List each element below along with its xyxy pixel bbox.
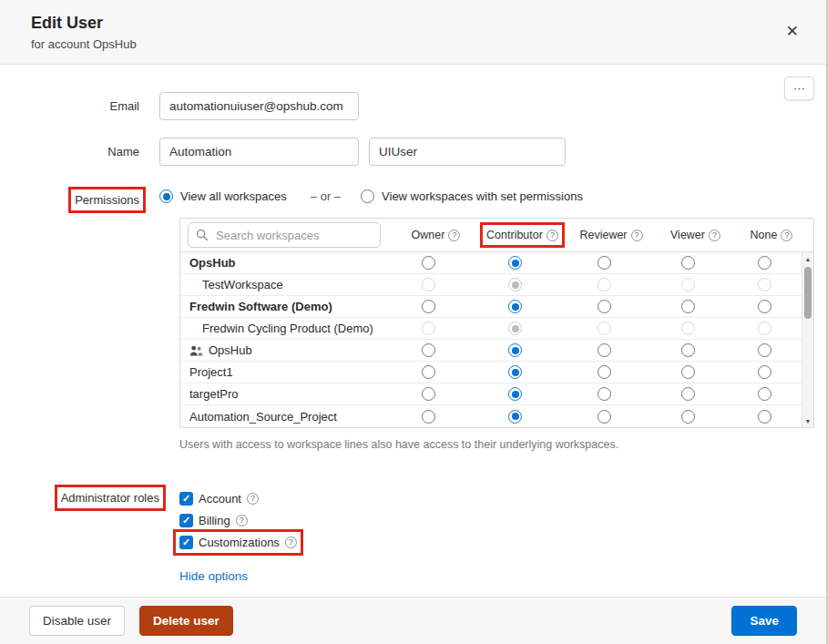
disable-user-button[interactable]: Disable user xyxy=(29,606,125,636)
column-header-label: Owner xyxy=(412,229,445,241)
workspace-name: Fredwin Cycling Product (Demo) xyxy=(180,322,385,335)
column-header-viewer: Viewer? xyxy=(657,229,734,241)
radio-contributor[interactable] xyxy=(508,387,522,401)
radio-viewer[interactable] xyxy=(681,256,695,270)
name-label: Name xyxy=(29,138,159,158)
help-icon[interactable]: ? xyxy=(448,230,460,241)
scroll-up-icon[interactable]: ▲ xyxy=(805,252,812,265)
radio-viewer[interactable] xyxy=(681,387,695,401)
radio-none[interactable] xyxy=(758,343,771,357)
workspace-table: Owner?Contributor?Reviewer?Viewer?None? … xyxy=(179,218,814,428)
radio-owner[interactable] xyxy=(422,278,435,291)
radio-none[interactable] xyxy=(758,322,771,335)
admin-role-label: Billing xyxy=(199,514,230,527)
radio-owner[interactable] xyxy=(422,365,435,379)
radio-contributor[interactable] xyxy=(508,300,522,313)
radio-reviewer[interactable] xyxy=(597,300,611,313)
admin-role-customizations[interactable]: ✓Customizations? xyxy=(179,536,297,549)
radio-none[interactable] xyxy=(758,410,771,424)
more-options-button[interactable]: ··· xyxy=(784,77,814,100)
radio-contributor[interactable] xyxy=(508,343,522,357)
radio-viewer[interactable] xyxy=(681,278,695,291)
workspace-name: OpsHub xyxy=(180,256,385,270)
radio-reviewer[interactable] xyxy=(597,322,611,335)
checkbox-icon[interactable]: ✓ xyxy=(179,536,193,549)
radio-contributor[interactable] xyxy=(508,322,522,335)
table-row: TestWorkspace xyxy=(180,274,801,296)
or-text: – or – xyxy=(311,189,341,203)
admin-role-account[interactable]: ✓Account? xyxy=(179,492,259,506)
hide-options-link[interactable]: Hide options xyxy=(179,569,248,583)
radio-owner[interactable] xyxy=(422,343,435,357)
help-icon[interactable]: ? xyxy=(781,230,792,241)
admin-role-billing[interactable]: ✓Billing? xyxy=(179,514,248,527)
help-icon[interactable]: ? xyxy=(247,493,259,505)
column-header-contributor: Contributor? xyxy=(479,229,566,241)
radio-none[interactable] xyxy=(758,365,771,379)
search-input[interactable] xyxy=(188,222,381,248)
radio-viewer[interactable] xyxy=(681,365,695,379)
table-row: Fredwin Cycling Product (Demo) xyxy=(180,318,801,340)
radio-viewer[interactable] xyxy=(681,300,695,313)
workspace-name: TestWorkspace xyxy=(180,278,385,291)
table-row: OpsHub xyxy=(180,340,801,362)
checkbox-icon[interactable]: ✓ xyxy=(179,492,193,506)
radio-owner[interactable] xyxy=(422,300,435,313)
scrollbar-track[interactable] xyxy=(802,265,813,414)
radio-none[interactable] xyxy=(758,300,771,313)
radio-viewer[interactable] xyxy=(681,410,695,424)
radio-viewer[interactable] xyxy=(681,343,695,357)
first-name-field[interactable] xyxy=(159,138,359,166)
radio-reviewer[interactable] xyxy=(597,365,611,379)
radio-reviewer[interactable] xyxy=(597,278,611,291)
checkbox-icon[interactable]: ✓ xyxy=(179,514,193,527)
page-subtitle: for account OpsHub xyxy=(31,37,137,51)
last-name-field[interactable] xyxy=(369,138,566,166)
table-row: Project1 xyxy=(180,362,801,383)
help-icon[interactable]: ? xyxy=(546,230,558,241)
workspace-note: Users with access to workspace lines als… xyxy=(179,438,797,451)
radio-viewer[interactable] xyxy=(681,322,695,335)
radio-owner[interactable] xyxy=(422,256,435,270)
radio-owner[interactable] xyxy=(422,410,435,424)
modal-body: ··· Email Name Permissions View all work… xyxy=(0,65,826,597)
scrollbar-thumb[interactable] xyxy=(804,267,812,319)
radio-owner[interactable] xyxy=(422,387,435,401)
workspace-table-header: Owner?Contributor?Reviewer?Viewer?None? xyxy=(180,219,813,252)
table-row: targetPro xyxy=(180,383,801,405)
radio-reviewer[interactable] xyxy=(597,410,611,424)
radio-none[interactable] xyxy=(758,256,771,270)
radio-reviewer[interactable] xyxy=(597,387,611,401)
search-icon xyxy=(196,229,209,241)
workspace-scrollbar[interactable]: ▲ ▼ xyxy=(801,252,813,427)
view-set-permissions-radio[interactable] xyxy=(361,189,374,203)
delete-user-button[interactable]: Delete user xyxy=(139,606,233,636)
table-row: Automation_Source_Project xyxy=(180,405,801,427)
modal-footer: Disable user Delete user Save xyxy=(0,597,826,644)
help-icon[interactable]: ? xyxy=(631,230,643,241)
radio-contributor[interactable] xyxy=(508,365,522,379)
radio-reviewer[interactable] xyxy=(597,256,611,270)
email-field[interactable] xyxy=(159,92,359,120)
table-row: OpsHub xyxy=(180,252,801,274)
radio-contributor[interactable] xyxy=(508,410,522,424)
help-icon[interactable]: ? xyxy=(285,537,297,548)
close-icon[interactable]: ✕ xyxy=(786,22,799,41)
help-icon[interactable]: ? xyxy=(236,515,248,526)
scroll-down-icon[interactable]: ▼ xyxy=(805,414,812,427)
radio-none[interactable] xyxy=(758,387,771,401)
workspace-name: OpsHub xyxy=(180,343,385,357)
permissions-label: Permissions xyxy=(75,193,139,207)
admin-roles-section: Administrator roles ✓Account?✓Billing?✓C… xyxy=(29,489,797,549)
save-button[interactable]: Save xyxy=(731,606,797,636)
radio-contributor[interactable] xyxy=(508,278,522,291)
radio-owner[interactable] xyxy=(422,322,435,335)
admin-roles-list: ✓Account?✓Billing?✓Customizations? xyxy=(179,489,297,549)
radio-contributor[interactable] xyxy=(508,256,522,270)
radio-none[interactable] xyxy=(758,278,771,291)
view-all-workspaces-radio[interactable] xyxy=(159,189,173,203)
help-icon[interactable]: ? xyxy=(709,230,720,241)
workspace-name: Automation_Source_Project xyxy=(180,410,385,424)
page-title: Edit User xyxy=(31,14,137,33)
radio-reviewer[interactable] xyxy=(597,343,611,357)
